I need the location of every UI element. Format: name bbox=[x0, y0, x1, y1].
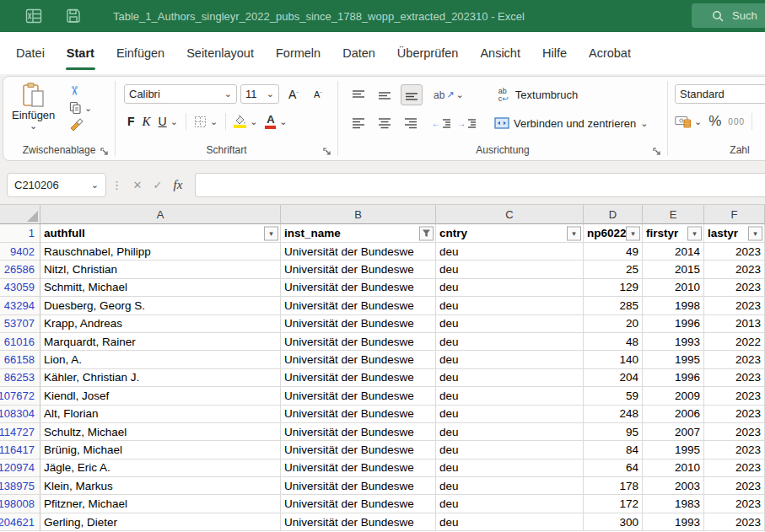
column-header-e[interactable]: E bbox=[643, 205, 704, 224]
increase-indent-button[interactable]: → bbox=[457, 118, 477, 128]
column-header-a[interactable]: A bbox=[40, 205, 281, 224]
accounting-format-button[interactable]: ⌄ bbox=[675, 116, 702, 128]
number-format-select[interactable]: Standard bbox=[675, 84, 765, 104]
cell-lastyr[interactable]: 2023 bbox=[704, 369, 765, 387]
row-number[interactable]: 26586 bbox=[0, 261, 40, 278]
cell-inst-name[interactable]: Universität der Bundeswe bbox=[281, 459, 436, 477]
cell-cntry[interactable]: deu bbox=[436, 406, 584, 423]
paste-button[interactable]: Einfügen ⌄ bbox=[12, 82, 55, 131]
format-painter-button[interactable] bbox=[69, 117, 84, 131]
column-header-c[interactable]: C bbox=[436, 205, 584, 224]
cell-firstyr[interactable]: 2006 bbox=[643, 406, 704, 423]
cell-authfull[interactable]: Schmitt, Michael bbox=[40, 279, 281, 297]
cell-firstyr[interactable]: 1983 bbox=[643, 495, 704, 513]
cell-authfull[interactable]: Brünig, Michael bbox=[40, 441, 281, 459]
cell-cntry[interactable]: deu bbox=[436, 459, 584, 477]
underline-button[interactable]: U bbox=[159, 115, 167, 128]
cell-np6022[interactable]: 59 bbox=[584, 387, 643, 405]
cell-cntry[interactable]: deu bbox=[436, 423, 584, 441]
save-icon[interactable] bbox=[66, 8, 81, 24]
cell-firstyr[interactable]: 1993 bbox=[643, 513, 704, 531]
cell-cntry[interactable]: deu bbox=[436, 513, 584, 531]
header-cell-inst-name[interactable]: inst_name bbox=[281, 224, 436, 243]
cell-firstyr[interactable]: 1995 bbox=[643, 351, 704, 368]
row-number[interactable]: 138975 bbox=[0, 477, 40, 495]
tab-start[interactable]: Start bbox=[56, 32, 105, 74]
cell-firstyr[interactable]: 1993 bbox=[643, 333, 704, 351]
tab-formeln[interactable]: Formeln bbox=[265, 32, 331, 74]
cell-lastyr[interactable]: 2023 bbox=[704, 387, 765, 405]
filter-dropdown-authfull[interactable]: ▾ bbox=[264, 226, 278, 240]
tab-daten[interactable]: Daten bbox=[331, 32, 386, 74]
cell-authfull[interactable]: Klein, Markus bbox=[40, 477, 281, 495]
fill-color-button[interactable]: ⌄ bbox=[234, 115, 257, 128]
cell-cntry[interactable]: deu bbox=[436, 441, 584, 459]
cell-lastyr[interactable]: 2023 bbox=[704, 406, 765, 423]
shrink-font-button[interactable]: Aˇ bbox=[308, 89, 328, 99]
insert-function-button[interactable]: fx bbox=[168, 175, 188, 196]
cell-lastyr[interactable]: 2023 bbox=[704, 279, 765, 297]
cell-inst-name[interactable]: Universität der Bundeswe bbox=[281, 297, 436, 314]
row-number[interactable]: 9402 bbox=[0, 243, 40, 261]
row-number[interactable]: 107672 bbox=[0, 387, 40, 405]
cell-cntry[interactable]: deu bbox=[436, 333, 584, 351]
row-number[interactable]: 86253 bbox=[0, 369, 40, 387]
cell-authfull[interactable]: Kähler, Christian J. bbox=[40, 369, 281, 387]
cell-inst-name[interactable]: Universität der Bundeswe bbox=[281, 279, 436, 297]
filter-funnel-inst-name[interactable] bbox=[419, 226, 434, 240]
cell-inst-name[interactable]: Universität der Bundeswe bbox=[281, 243, 436, 261]
cell-lastyr[interactable]: 2023 bbox=[704, 513, 765, 531]
font-dialog-launcher[interactable] bbox=[321, 146, 332, 157]
row-number[interactable]: 43059 bbox=[0, 279, 40, 297]
row-number[interactable]: 108304 bbox=[0, 406, 40, 423]
cell-inst-name[interactable]: Universität der Bundeswe bbox=[281, 369, 436, 387]
tab-einfuegen[interactable]: Einfügen bbox=[105, 32, 175, 74]
cell-authfull[interactable]: Gerling, Dieter bbox=[40, 513, 281, 531]
formula-input[interactable] bbox=[195, 173, 765, 197]
row-number[interactable]: 1 bbox=[0, 224, 40, 243]
cell-firstyr[interactable]: 1998 bbox=[643, 297, 704, 314]
cell-inst-name[interactable]: Universität der Bundeswe bbox=[281, 261, 436, 278]
cell-authfull[interactable]: Alt, Florian bbox=[40, 406, 281, 423]
cell-firstyr[interactable]: 2003 bbox=[643, 477, 704, 495]
font-color-button[interactable]: A ⌄ bbox=[265, 114, 287, 129]
row-number[interactable]: 61016 bbox=[0, 333, 40, 351]
cell-np6022[interactable]: 48 bbox=[584, 333, 643, 351]
column-header-f[interactable]: F bbox=[704, 205, 765, 224]
align-bottom-button[interactable] bbox=[401, 84, 423, 105]
cell-cntry[interactable]: deu bbox=[436, 369, 584, 387]
cell-inst-name[interactable]: Universität der Bundeswe bbox=[281, 387, 436, 405]
cell-inst-name[interactable]: Universität der Bundeswe bbox=[281, 495, 436, 513]
cell-firstyr[interactable]: 2010 bbox=[643, 279, 704, 297]
cell-np6022[interactable]: 204 bbox=[584, 369, 643, 387]
cell-firstyr[interactable]: 1995 bbox=[643, 441, 704, 459]
tab-ueberpruefen[interactable]: Überprüfen bbox=[386, 32, 470, 74]
cell-lastyr[interactable]: 2023 bbox=[704, 261, 765, 278]
cell-cntry[interactable]: deu bbox=[436, 261, 584, 278]
cell-np6022[interactable]: 84 bbox=[584, 441, 643, 459]
header-cell-cntry[interactable]: cntry ▾ bbox=[436, 224, 584, 243]
header-cell-lastyr[interactable]: lastyr ▾ bbox=[704, 224, 765, 243]
comma-style-button[interactable]: 000 bbox=[728, 117, 745, 126]
cell-firstyr[interactable]: 2015 bbox=[643, 261, 704, 278]
cell-np6022[interactable]: 178 bbox=[584, 477, 643, 495]
bold-button[interactable]: F bbox=[127, 115, 135, 128]
filter-dropdown-np6022[interactable]: ▾ bbox=[626, 226, 640, 240]
copy-button[interactable]: ⌄ bbox=[69, 101, 92, 115]
cell-authfull[interactable]: Krapp, Andreas bbox=[40, 315, 281, 333]
column-header-d[interactable]: D bbox=[584, 205, 643, 224]
filter-dropdown-firstyr[interactable]: ▾ bbox=[687, 226, 702, 240]
cell-cntry[interactable]: deu bbox=[436, 351, 584, 368]
row-number[interactable]: 120974 bbox=[0, 459, 40, 477]
tab-datei[interactable]: Datei bbox=[5, 32, 56, 74]
select-all-corner[interactable] bbox=[0, 205, 40, 224]
align-top-button[interactable] bbox=[348, 85, 369, 105]
align-center-button[interactable] bbox=[374, 113, 395, 133]
cell-firstyr[interactable]: 2014 bbox=[643, 243, 704, 261]
cell-lastyr[interactable]: 2023 bbox=[704, 243, 765, 261]
cell-authfull[interactable]: Kiendl, Josef bbox=[40, 387, 281, 405]
clipboard-dialog-launcher[interactable] bbox=[99, 146, 110, 157]
grow-font-button[interactable]: Aˆ bbox=[283, 88, 304, 101]
cell-authfull[interactable]: Nitzl, Christian bbox=[40, 261, 281, 278]
cell-lastyr[interactable]: 2023 bbox=[704, 423, 765, 441]
